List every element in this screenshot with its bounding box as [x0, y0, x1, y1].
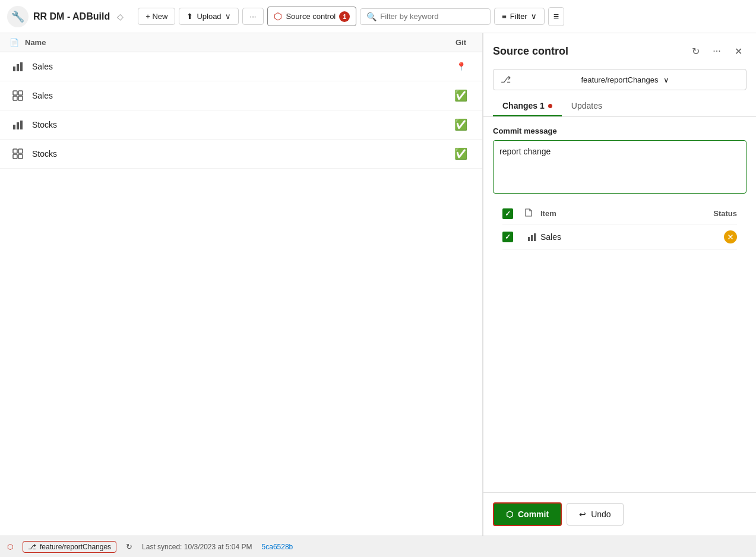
table-row[interactable]: Sales 📍	[0, 52, 482, 81]
file-list-panel: 📄 Name Git Sales 📍 Sales ✅	[0, 33, 483, 536]
svg-rect-8	[17, 122, 19, 129]
panel-footer: ⬡ Commit ↩ Undo	[483, 492, 756, 536]
git-status-icon: ⬡	[7, 543, 13, 551]
svg-rect-13	[18, 154, 23, 159]
changes-list-header: Item Status	[502, 203, 737, 224]
item-grid-icon	[10, 145, 26, 162]
search-box[interactable]: 🔍	[360, 8, 491, 25]
svg-rect-2	[20, 62, 23, 71]
svg-rect-9	[20, 121, 23, 129]
commit-button[interactable]: ⬡ Commit	[493, 502, 562, 526]
changes-dot	[548, 104, 552, 108]
select-all-checkbox[interactable]	[502, 208, 524, 219]
item-name: Stocks	[32, 149, 449, 159]
app-logo: 🔧	[7, 6, 29, 27]
branch-chip[interactable]: ⎇ feature/reportChanges	[23, 541, 116, 553]
status-icon: ✅	[449, 118, 473, 131]
svg-rect-0	[13, 67, 15, 71]
svg-rect-10	[13, 149, 17, 153]
tab-updates[interactable]: Updates	[562, 95, 612, 116]
svg-rect-3	[13, 91, 17, 95]
view-toggle-button[interactable]: ≡	[548, 7, 564, 26]
more-options-button[interactable]: ···	[708, 43, 725, 59]
diamond-icon: ◇	[117, 12, 124, 21]
filter-button[interactable]: ≡ Filter ∨	[494, 8, 544, 25]
changes-list: Item Status Sales	[493, 203, 746, 483]
undo-button[interactable]: ↩ Undo	[567, 503, 623, 526]
filter-chevron-icon: ∨	[531, 12, 537, 21]
sync-text: Last synced: 10/3/2023 at 5:04 PM	[142, 543, 252, 551]
svg-rect-11	[18, 149, 23, 153]
col-git-header: Git	[449, 38, 473, 47]
statusbar: ⬡ ⎇ feature/reportChanges ↻ Last synced:…	[0, 536, 756, 557]
check-circle-icon: ✅	[454, 89, 467, 102]
branch-chip-icon: ⎇	[28, 543, 36, 551]
undo-icon: ↩	[579, 509, 586, 519]
col-name-header: 📄 Name	[10, 38, 449, 47]
refresh-button[interactable]: ↻	[687, 43, 704, 59]
svg-rect-15	[531, 235, 533, 241]
change-item-status	[701, 230, 737, 243]
change-checkbox[interactable]	[502, 232, 524, 242]
status-icon: ✅	[449, 89, 473, 102]
tab-changes-label: Changes 1	[502, 101, 545, 110]
filter-icon: ≡	[502, 12, 507, 21]
commit-message-input[interactable]: report change	[493, 140, 746, 194]
table-row[interactable]: Sales ✅	[0, 81, 482, 110]
source-control-button[interactable]: ⬡ Source control 1	[267, 7, 356, 26]
svg-rect-14	[528, 237, 530, 241]
branch-chip-name: feature/reportChanges	[40, 543, 111, 551]
upload-chevron-icon: ∨	[225, 12, 231, 21]
table-row[interactable]: Stocks ✅	[0, 110, 482, 140]
status-icon: ✅	[449, 147, 473, 160]
change-row-sales[interactable]: Sales	[502, 224, 737, 250]
table-header: 📄 Name Git	[0, 33, 482, 52]
svg-rect-12	[13, 154, 17, 159]
tab-updates-label: Updates	[571, 101, 602, 110]
search-input[interactable]	[380, 12, 475, 21]
item-chart-icon	[10, 58, 26, 75]
select-all-checked[interactable]	[502, 208, 513, 219]
pin-icon: 📍	[456, 62, 466, 71]
close-button[interactable]: ✕	[730, 43, 746, 59]
item-name: Stocks	[32, 120, 449, 129]
upload-icon: ⬆	[186, 12, 193, 21]
topbar-actions: + New ⬆ Upload ∨ ··· ⬡ Source control 1 …	[138, 7, 564, 26]
more-button[interactable]: ···	[242, 8, 264, 25]
svg-rect-1	[17, 64, 19, 71]
file-icon: 📄	[10, 38, 19, 47]
git-icon: ⬡	[274, 11, 282, 22]
change-item-name: Sales	[540, 232, 701, 242]
main-layout: 📄 Name Git Sales 📍 Sales ✅	[0, 33, 756, 536]
commit-message-label: Commit message	[493, 126, 746, 135]
chevron-down-icon: ∨	[663, 75, 739, 84]
item-grid-icon	[10, 87, 26, 104]
commit-icon: ⬡	[506, 509, 513, 519]
item-col-header: Item	[540, 209, 701, 218]
status-col-header: Status	[701, 209, 737, 218]
commit-hash: 5ca6528b	[262, 543, 293, 551]
branch-icon: ⎇	[501, 74, 576, 85]
app-title: RR DM - ADBuild	[33, 11, 110, 22]
svg-rect-4	[18, 91, 23, 95]
branch-name: feature/reportChanges	[581, 75, 658, 84]
check-circle-icon: ✅	[454, 147, 467, 160]
status-icon: 📍	[449, 62, 473, 71]
commit-section: Commit message report change Item Status	[483, 117, 756, 492]
table-row[interactable]: Stocks ✅	[0, 140, 482, 169]
source-control-badge: 1	[339, 11, 350, 22]
item-chart-icon	[10, 116, 26, 133]
svg-rect-6	[18, 96, 23, 100]
search-icon: 🔍	[366, 12, 377, 21]
modified-status-icon	[724, 230, 737, 243]
panel-title: Source control	[493, 45, 682, 58]
sync-icon: ↻	[126, 542, 132, 551]
new-button[interactable]: + New	[138, 8, 175, 25]
change-checked[interactable]	[502, 232, 513, 242]
check-circle-icon: ✅	[454, 118, 467, 131]
upload-button[interactable]: ⬆ Upload ∨	[179, 8, 238, 25]
panel-header: Source control ↻ ··· ✕	[483, 33, 756, 64]
file-icon-header	[524, 208, 540, 219]
tab-changes[interactable]: Changes 1	[493, 95, 562, 116]
branch-selector[interactable]: ⎇ feature/reportChanges ∨	[493, 69, 746, 90]
